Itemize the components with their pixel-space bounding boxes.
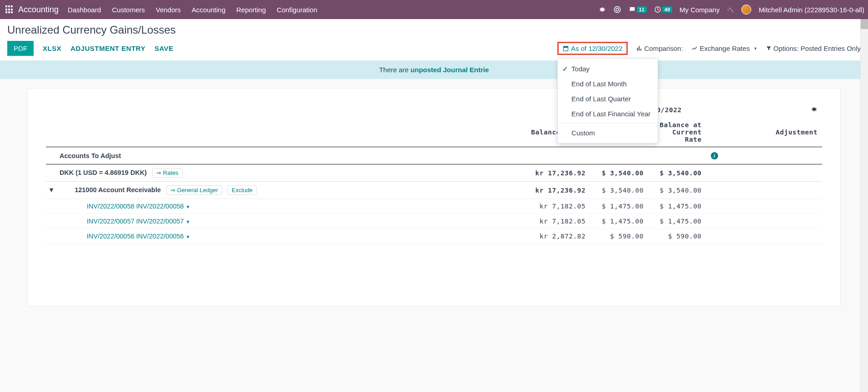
options-value: Posted Entries Only [800, 45, 861, 52]
invoice-link[interactable]: INV/2022/00057 INV/2022/00057 [87, 218, 184, 225]
currency-op-rate: $ 3,540.00 [590, 164, 648, 182]
dropdown-item-end-last-fy[interactable]: End of Last Financial Year [558, 106, 658, 121]
apps-icon[interactable] [5, 5, 14, 14]
as-of-label: As of 12/30/2022 [571, 45, 622, 52]
detail-row: INV/2022/00058 INV/2022/00058 ▼ kr 7,182… [46, 199, 822, 214]
nav-right: 11 49 My Company Mitchell Admin (2228953… [599, 5, 864, 15]
banner-prefix: There are [379, 66, 411, 74]
svg-point-1 [616, 8, 619, 11]
account-balance-fc: kr 17,236.92 [474, 182, 590, 199]
dropdown-item-end-last-quarter[interactable]: End of Last Quarter [558, 91, 658, 106]
xlsx-button[interactable]: XLSX [43, 45, 61, 52]
nav-item-vendors[interactable]: Vendors [156, 6, 181, 14]
account-label: 121000 Account Receivable [74, 186, 161, 194]
top-nav: Accounting Dashboard Customers Vendors A… [0, 0, 868, 19]
detail-balance-fc: kr 7,182.05 [474, 199, 590, 214]
dropdown-item-custom[interactable]: Custom [558, 125, 658, 140]
date-dropdown: Today End of Last Month End of Last Quar… [557, 58, 658, 144]
brand[interactable]: Accounting [18, 5, 59, 15]
options-label: Options: [774, 45, 799, 52]
adjustment-entry-button[interactable]: ADJUSTMENT ENTRY [70, 45, 145, 52]
detail-curr-rate: $ 1,475.00 [648, 199, 706, 214]
dropdown-item-end-last-month[interactable]: End of Last Month [558, 76, 658, 91]
svg-point-0 [614, 6, 620, 13]
exclude-button[interactable]: Exclude [228, 185, 257, 195]
detail-balance-fc: kr 2,872.82 [474, 229, 590, 244]
debug-icon[interactable] [811, 107, 818, 114]
banner-link[interactable]: unposted Journal Entrie [411, 66, 489, 74]
as-of-filter[interactable]: As of 12/30/2022 [557, 42, 627, 55]
currency-curr-rate: $ 3,540.00 [648, 164, 706, 182]
toolbar: PDF XLSX ADJUSTMENT ENTRY SAVE As of 12/… [7, 41, 861, 60]
info-banner: There are unposted Journal Entrie [0, 60, 868, 79]
general-ledger-button[interactable]: ⇒ General Ledger [166, 185, 222, 195]
caret-down-icon[interactable]: ▼ [186, 204, 190, 209]
page-header: Unrealized Currency Gains/Losses PDF XLS… [0, 19, 868, 60]
exchange-rates-filter[interactable]: Exchange Rates [691, 45, 758, 52]
detail-curr-rate: $ 590.00 [648, 229, 706, 244]
line-chart-icon [691, 45, 698, 52]
dropdown-item-today[interactable]: Today [558, 61, 658, 76]
invoice-link[interactable]: INV/2022/00056 INV/2022/00056 [87, 233, 184, 240]
report-wrap: As of 12/30/2022 Balance in Fo eration R… [0, 79, 868, 315]
detail-op-rate: $ 1,475.00 [590, 214, 648, 229]
info-icon[interactable]: i [711, 152, 718, 159]
nav-item-customers[interactable]: Customers [112, 6, 145, 14]
section-accounts-to-adjust: Accounts To Adjust i [46, 147, 822, 164]
detail-row: INV/2022/00057 INV/2022/00057 ▼ kr 7,182… [46, 214, 822, 229]
pdf-button[interactable]: PDF [7, 41, 34, 56]
nav-item-accounting[interactable]: Accounting [192, 6, 225, 14]
avatar[interactable] [741, 5, 751, 15]
activities-icon[interactable]: 49 [654, 6, 672, 13]
caret-down-icon[interactable]: ▼ [186, 219, 190, 224]
company-selector[interactable]: My Company [680, 6, 719, 14]
page-title: Unrealized Currency Gains/Losses [7, 24, 861, 36]
bar-chart-icon [636, 45, 643, 52]
comparison-label: Comparison: [645, 45, 683, 52]
account-op-rate: $ 3,540.00 [590, 182, 648, 199]
messages-badge: 11 [637, 6, 647, 13]
detail-op-rate: $ 1,475.00 [590, 199, 648, 214]
save-button[interactable]: SAVE [154, 45, 174, 52]
currency-row: DKK (1 USD = 4.86919 DKK) ⇒ Rates kr 17,… [46, 164, 822, 182]
report: As of 12/30/2022 Balance in Fo eration R… [27, 88, 841, 306]
currency-balance-fc: kr 17,236.92 [474, 164, 590, 182]
calendar-icon [562, 45, 569, 52]
account-row: ▼ 121000 Account Receivable ⇒ General Le… [46, 182, 822, 199]
currency-label: DKK (1 USD = 4.86919 DKK) [60, 169, 147, 176]
toolbar-right: As of 12/30/2022 Today End of Last Month… [557, 42, 861, 55]
account-curr-rate: $ 3,540.00 [648, 182, 706, 199]
caret-down-icon[interactable]: ▼ [186, 234, 190, 239]
exchange-rates-label: Exchange Rates [700, 45, 750, 52]
nav-item-dashboard[interactable]: Dashboard [68, 6, 101, 14]
detail-row: INV/2022/00056 INV/2022/00056 ▼ kr 2,872… [46, 229, 822, 244]
options-filter[interactable]: Options:Posted Entries Only [766, 45, 861, 52]
tools-icon[interactable] [727, 6, 734, 13]
detail-balance-fc: kr 7,182.05 [474, 214, 590, 229]
filter-icon [766, 45, 772, 51]
dropdown-separator [558, 123, 658, 124]
bug-icon[interactable] [599, 6, 606, 13]
col-adjustment: Adjustment [706, 118, 822, 147]
detail-op-rate: $ 590.00 [590, 229, 648, 244]
activities-badge: 49 [662, 6, 672, 13]
nav-menu: Dashboard Customers Vendors Accounting R… [68, 6, 317, 14]
scrollbar-track[interactable] [860, 29, 868, 315]
detail-curr-rate: $ 1,475.00 [648, 214, 706, 229]
scrollbar-thumb[interactable] [860, 19, 868, 29]
rates-button[interactable]: ⇒ Rates [152, 168, 183, 178]
comparison-filter[interactable]: Comparison: [636, 45, 683, 52]
user-menu[interactable]: Mitchell Admin (22289530-16-0-all) [759, 6, 864, 14]
report-table: As of 12/30/2022 Balance in Fo eration R… [46, 102, 822, 244]
support-icon[interactable] [613, 5, 621, 14]
nav-item-configuration[interactable]: Configuration [277, 6, 317, 14]
nav-item-reporting[interactable]: Reporting [236, 6, 266, 14]
invoice-link[interactable]: INV/2022/00058 INV/2022/00058 [87, 203, 184, 210]
expand-caret-icon[interactable]: ▼ [48, 186, 55, 194]
messages-icon[interactable]: 11 [629, 6, 647, 13]
